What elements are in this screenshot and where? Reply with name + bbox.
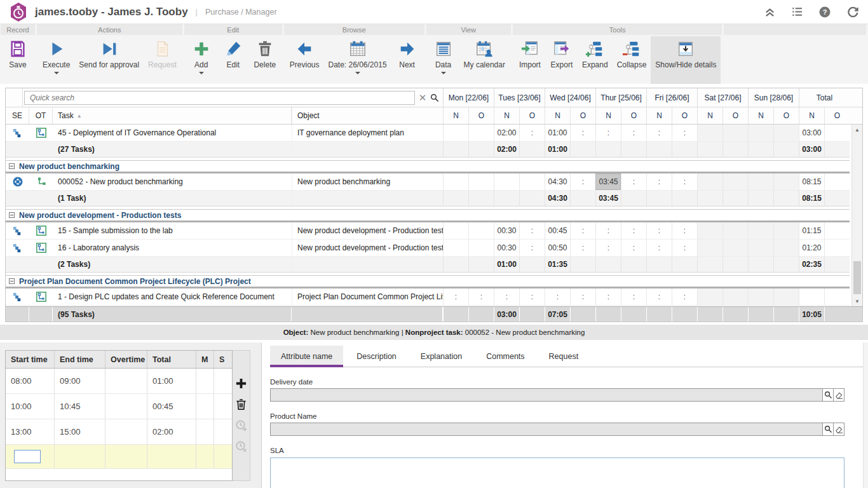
- time-cell[interactable]: :: [570, 125, 595, 141]
- time-cell[interactable]: :: [672, 288, 697, 305]
- time-entry-cell[interactable]: 15:00: [55, 419, 105, 444]
- search-icon[interactable]: [430, 93, 439, 102]
- time-cell[interactable]: [824, 240, 850, 256]
- time-cell[interactable]: :: [621, 222, 646, 239]
- time-cell[interactable]: :: [570, 240, 595, 256]
- time-entry-row[interactable]: 10:0010:4500:45: [6, 394, 232, 419]
- time-cell[interactable]: :: [621, 288, 646, 305]
- task-cell[interactable]: 15 - Sample submission to the lab: [53, 222, 292, 239]
- time-cell[interactable]: [468, 222, 494, 239]
- time-cell[interactable]: :: [672, 240, 697, 256]
- time-cell[interactable]: :: [621, 240, 646, 256]
- task-row[interactable]: 16 - Laboratory analysisNew product deve…: [6, 240, 850, 257]
- clear-field-icon[interactable]: [834, 388, 844, 402]
- time-cell[interactable]: :: [672, 173, 697, 190]
- scroll-up-icon[interactable]: ▲: [852, 125, 862, 135]
- date-26-06-2015-button[interactable]: Date: 26/06/2015: [323, 36, 391, 84]
- time-cell[interactable]: :: [646, 288, 672, 305]
- time-cell[interactable]: :: [595, 125, 621, 141]
- time-entry-cell[interactable]: 10:00: [6, 394, 55, 419]
- time-entry-edit-row[interactable]: [6, 445, 232, 469]
- time-cell[interactable]: :: [621, 173, 646, 190]
- details-scrollbar-gutter[interactable]: [863, 342, 868, 488]
- time-cell[interactable]: [468, 173, 494, 190]
- time-cell[interactable]: [824, 125, 850, 141]
- task-row[interactable]: 000052 - New product benchmarkingNew pro…: [6, 173, 850, 191]
- time-cell[interactable]: :: [672, 222, 697, 239]
- time-cell[interactable]: [824, 222, 850, 239]
- column-header-object[interactable]: Object: [292, 107, 443, 124]
- start-time-input[interactable]: [14, 450, 41, 463]
- time-cell[interactable]: 01:20: [799, 240, 824, 256]
- time-cell[interactable]: 08:15: [799, 173, 824, 190]
- time-cell[interactable]: :: [519, 222, 545, 239]
- time-cell[interactable]: 00:30: [494, 222, 519, 239]
- task-cell[interactable]: 000052 - New product benchmarking: [53, 173, 292, 190]
- scroll-down-icon[interactable]: ▼: [852, 296, 862, 306]
- expand-button[interactable]: Expand: [578, 36, 613, 84]
- add-button[interactable]: Add: [186, 36, 217, 84]
- previous-button[interactable]: Previous: [285, 36, 324, 84]
- export-button[interactable]: Export: [546, 36, 578, 84]
- time-cell[interactable]: :: [570, 173, 595, 190]
- column-header-se[interactable]: SE: [6, 107, 29, 124]
- time-cell[interactable]: 00:50: [545, 240, 570, 256]
- product-name-field[interactable]: [270, 423, 823, 436]
- time-cell[interactable]: :: [519, 240, 545, 256]
- time-cell[interactable]: [824, 288, 850, 305]
- data-button[interactable]: Data: [428, 36, 459, 84]
- task-row[interactable]: 1 - Design PLC updates and Create Quick …: [6, 288, 850, 306]
- time-cell[interactable]: 02:00: [494, 125, 519, 141]
- time-cell[interactable]: [443, 240, 468, 256]
- time-entry-cell[interactable]: [105, 369, 147, 393]
- time-cell[interactable]: [519, 173, 545, 190]
- task-cell[interactable]: 16 - Laboratory analysis: [53, 240, 292, 256]
- show-hide-details-button[interactable]: Show/Hide details: [651, 36, 721, 84]
- time-entry-cell[interactable]: [214, 394, 232, 419]
- task-cell[interactable]: 1 - Design PLC updates and Create Quick …: [53, 288, 292, 305]
- time-cell[interactable]: 00:45: [545, 222, 570, 239]
- tab-attribute-name[interactable]: Attribute name: [270, 346, 343, 367]
- grid-vertical-scrollbar[interactable]: ▲ ▼: [851, 125, 862, 306]
- time-cell[interactable]: 01:00: [545, 125, 570, 141]
- time-cell[interactable]: :: [595, 222, 621, 239]
- time-cell[interactable]: 03:00: [799, 125, 824, 141]
- collapse-button[interactable]: Collapse: [613, 36, 651, 84]
- tab-description[interactable]: Description: [346, 346, 407, 367]
- time-cell[interactable]: :: [595, 288, 621, 305]
- time-cell[interactable]: :: [519, 288, 545, 305]
- tab-request[interactable]: Request: [538, 346, 590, 367]
- search-input[interactable]: [24, 91, 415, 105]
- time-cell[interactable]: :: [570, 288, 595, 305]
- collapse-group-icon[interactable]: [9, 212, 15, 218]
- time-cell[interactable]: [443, 125, 468, 141]
- lookup-icon[interactable]: [823, 423, 834, 436]
- import-button[interactable]: Import: [514, 36, 546, 84]
- refresh-icon[interactable]: [846, 6, 859, 18]
- edit-button[interactable]: Edit: [217, 36, 249, 84]
- time-entry-cell[interactable]: 01:00: [147, 369, 196, 393]
- time-cell[interactable]: 04:30: [545, 173, 570, 190]
- time-cell[interactable]: :: [519, 125, 545, 141]
- time-cell[interactable]: :: [468, 288, 494, 305]
- time-cell[interactable]: [468, 125, 494, 141]
- time-entry-cell[interactable]: 08:00: [6, 369, 55, 393]
- time-entry-cell[interactable]: [196, 369, 214, 393]
- time-cell[interactable]: :: [494, 288, 519, 305]
- task-cell[interactable]: 45 - Deployment of IT Governance Operati…: [53, 125, 292, 141]
- time-entry-row[interactable]: 08:0009:0001:00: [6, 369, 232, 394]
- collapse-group-icon[interactable]: [9, 278, 15, 284]
- group-header[interactable]: New product development - Production tes…: [6, 209, 850, 222]
- tab-explanation[interactable]: Explanation: [410, 346, 473, 367]
- sla-textarea[interactable]: [270, 458, 844, 488]
- delete-entry-icon[interactable]: [235, 398, 247, 410]
- time-entry-cell[interactable]: 09:00: [55, 369, 105, 393]
- time-cell[interactable]: [494, 173, 519, 190]
- time-entry-cell[interactable]: [196, 394, 214, 419]
- time-cell[interactable]: 00:30: [494, 240, 519, 256]
- time-entry-cell[interactable]: [214, 419, 232, 444]
- time-cell[interactable]: :: [646, 222, 672, 239]
- delivery-date-field[interactable]: [270, 388, 823, 402]
- collapse-group-icon[interactable]: [9, 163, 15, 169]
- column-header-task[interactable]: Task▲: [53, 107, 292, 124]
